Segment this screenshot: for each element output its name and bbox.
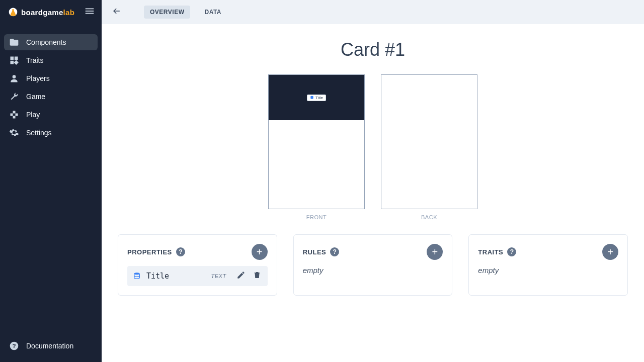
svg-rect-13 (13, 116, 16, 119)
plus-icon: + (607, 247, 613, 257)
sidebar-footer: ? Documentation (0, 338, 102, 362)
card-front-header-band: Title (269, 75, 364, 120)
flask-logo-icon (8, 7, 18, 17)
sidebar-item-label: Components (26, 38, 66, 46)
sidebar-item-label: Settings (26, 129, 52, 137)
property-row[interactable]: Title TEXT (127, 266, 268, 286)
help-icon[interactable]: ? (176, 247, 185, 256)
trash-icon (253, 270, 262, 282)
main: OVERVIEW DATA Card #1 Title (102, 0, 644, 362)
sidebar-item-traits[interactable]: Traits (4, 52, 98, 68)
panel-title: PROPERTIES (127, 248, 172, 256)
help-icon: ? (9, 341, 19, 351)
svg-rect-12 (16, 114, 18, 116)
svg-rect-4 (86, 13, 94, 14)
svg-rect-8 (14, 60, 18, 64)
add-rule-button[interactable]: + (427, 244, 443, 260)
title-chip-label: Title (315, 96, 323, 100)
panel-header: PROPERTIES ? + (127, 244, 268, 260)
arrow-left-icon (112, 6, 122, 18)
panels: PROPERTIES ? + Title TEXT (118, 234, 628, 296)
folder-icon (9, 37, 19, 47)
plus-icon: + (432, 247, 438, 257)
property-type: TEXT (211, 273, 226, 279)
sidebar-item-players[interactable]: Players (4, 70, 98, 86)
sidebar-header: boardgamelab (0, 0, 102, 24)
gear-icon (9, 128, 19, 138)
card-front-face[interactable]: Title (268, 74, 365, 209)
tab-label: OVERVIEW (150, 9, 184, 16)
tabs: OVERVIEW DATA (144, 6, 227, 19)
svg-text:?: ? (12, 342, 16, 349)
sidebar-item-documentation[interactable]: ? Documentation (4, 338, 98, 354)
svg-rect-7 (11, 61, 14, 64)
content: Card #1 Title FRONT B (102, 24, 644, 362)
brand-text: boardgamelab (21, 8, 74, 17)
property-name: Title (146, 272, 206, 281)
rules-empty: empty (303, 266, 443, 275)
wrench-icon (9, 92, 19, 102)
hamburger-icon (84, 6, 95, 19)
sidebar-item-label: Documentation (26, 342, 73, 350)
tab-label: DATA (204, 9, 221, 16)
title-field-chip[interactable]: Title (307, 95, 326, 101)
traits-empty: empty (478, 266, 618, 275)
svg-rect-5 (11, 57, 14, 60)
card-back-caption: BACK (421, 214, 437, 220)
topbar: OVERVIEW DATA (102, 0, 644, 24)
svg-point-17 (134, 273, 140, 275)
add-property-button[interactable]: + (252, 244, 268, 260)
panel-rules: RULES ? + empty (293, 234, 453, 296)
help-icon[interactable]: ? (507, 247, 516, 256)
sidebar: boardgamelab Components Traits Players (0, 0, 102, 362)
tab-data[interactable]: DATA (198, 6, 227, 19)
svg-rect-2 (86, 9, 94, 10)
plus-icon: + (257, 247, 263, 257)
card-front-wrap: Title FRONT (268, 74, 365, 220)
svg-rect-1 (12, 8, 15, 9)
svg-rect-11 (11, 114, 13, 116)
edit-property-button[interactable] (235, 270, 247, 282)
svg-rect-3 (86, 11, 94, 12)
page-title: Card #1 (118, 39, 628, 60)
panel-traits: TRAITS ? + empty (468, 234, 628, 296)
sidebar-item-label: Traits (26, 56, 43, 64)
card-back-face[interactable] (381, 74, 477, 209)
sidebar-item-game[interactable]: Game (4, 88, 98, 105)
svg-point-9 (13, 75, 16, 78)
back-button[interactable] (110, 5, 124, 19)
help-icon[interactable]: ? (330, 247, 339, 256)
svg-rect-6 (15, 57, 18, 60)
person-icon (9, 73, 19, 83)
panel-title: TRAITS (478, 248, 503, 256)
card-preview-row: Title FRONT BACK (118, 74, 628, 220)
widgets-icon (9, 55, 19, 65)
menu-toggle-button[interactable] (84, 6, 96, 18)
sidebar-item-label: Play (26, 111, 40, 119)
panel-header: RULES ? + (303, 244, 443, 260)
sidebar-item-components[interactable]: Components (4, 34, 98, 50)
panel-properties: PROPERTIES ? + Title TEXT (118, 234, 277, 296)
svg-rect-10 (13, 111, 16, 114)
pencil-icon (236, 270, 246, 282)
database-icon (132, 272, 141, 281)
sidebar-item-play[interactable]: Play (4, 107, 98, 123)
card-back-wrap: BACK (381, 74, 477, 220)
sidebar-item-settings[interactable]: Settings (4, 125, 98, 141)
add-trait-button[interactable]: + (602, 244, 618, 260)
tab-overview[interactable]: OVERVIEW (144, 6, 190, 19)
panel-title: RULES (303, 248, 327, 256)
sidebar-nav: Components Traits Players Game Play (0, 24, 102, 338)
brand[interactable]: boardgamelab (8, 7, 74, 17)
delete-property-button[interactable] (252, 270, 263, 282)
card-front-caption: FRONT (306, 214, 327, 220)
sidebar-item-label: Game (26, 93, 45, 101)
database-icon (310, 96, 314, 100)
sidebar-item-label: Players (26, 74, 50, 82)
panel-header: TRAITS ? + (478, 244, 618, 260)
gamepad-icon (9, 110, 19, 120)
